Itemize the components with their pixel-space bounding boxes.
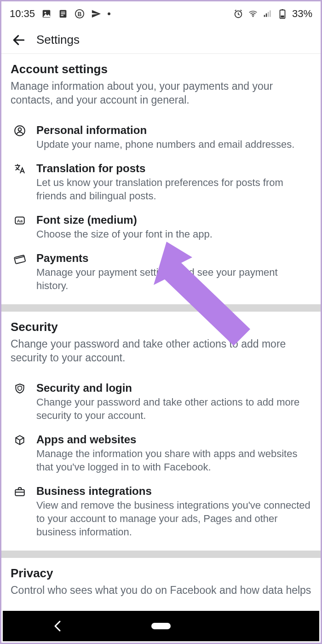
font-size-icon: Aa [12,214,27,228]
item-title: Security and login [36,382,311,395]
item-sub: Let us know your translation preferences… [36,176,311,203]
alarm-icon [233,9,243,19]
briefcase-icon [12,485,27,499]
svg-rect-15 [282,9,283,10]
section-divider [1,551,321,558]
item-sub: Update your name, phone numbers and emai… [36,138,311,151]
item-title: Payments [36,252,311,265]
item-sub: Choose the size of your font in the app. [36,227,311,241]
section-desc-privacy: Control who sees what you do on Facebook… [11,583,311,597]
svg-rect-23 [15,489,24,495]
battery-icon [277,9,288,19]
item-title: Business integrations [36,485,311,498]
item-sub: Manage your payment settings and see you… [36,266,311,292]
app-bar: Settings [1,26,321,54]
cube-icon [12,433,27,448]
section-desc-security: Change your password and take other acti… [11,337,311,365]
svg-rect-13 [270,11,271,17]
send-icon [91,9,101,19]
more-dot-icon [108,12,110,15]
item-title: Font size (medium) [36,214,311,226]
status-bar: 10:35 B [1,1,321,26]
item-font-size[interactable]: Aa Font size (medium) Choose the size of… [1,207,321,245]
section-title-privacy: Privacy [11,566,311,580]
svg-rect-11 [266,13,267,17]
svg-rect-5 [61,15,63,16]
section-title-account: Account settings [11,62,311,76]
svg-text:B: B [78,11,82,17]
item-payments[interactable]: Payments Manage your payment settings an… [1,245,321,304]
circled-b-icon: B [75,9,85,19]
svg-point-9 [253,16,254,17]
item-title: Apps and websites [36,433,311,446]
svg-point-1 [44,12,46,13]
page-title: Settings [36,33,80,47]
person-icon [12,124,27,139]
svg-rect-16 [281,16,284,18]
item-apps-websites[interactable]: Apps and websites Manage the information… [1,427,321,478]
android-nav-bar [3,611,319,641]
section-desc-account: Manage information about you, your payme… [11,79,311,107]
item-sub: Change your password and take other acti… [36,395,311,422]
back-button[interactable] [12,33,26,47]
svg-rect-12 [268,12,269,17]
gallery-icon [41,9,52,19]
signal-icon [263,9,273,19]
note-icon [58,9,68,19]
section-security: Security Change your password and take o… [1,312,321,375]
wifi-icon [248,9,258,19]
item-title: Translation for posts [36,162,311,175]
section-title-security: Security [11,320,311,334]
svg-point-18 [18,128,22,131]
section-divider [1,304,321,312]
battery-percent: 33% [292,8,312,20]
svg-rect-4 [61,13,65,14]
translate-icon [12,162,27,177]
item-sub: View and remove the business integration… [36,499,311,539]
svg-text:Aa: Aa [17,218,23,223]
card-icon [12,252,27,267]
item-sub: Manage the information you share with ap… [36,447,311,474]
nav-back-button[interactable] [53,620,63,632]
svg-rect-3 [61,12,65,12]
section-account: Account settings Manage information abou… [1,54,321,117]
svg-rect-10 [264,15,265,17]
item-business-integrations[interactable]: Business integrations View and remove th… [1,478,321,551]
nav-home-button[interactable] [151,623,171,629]
item-title: Personal information [36,124,311,137]
item-personal-information[interactable]: Personal information Update your name, p… [1,117,321,156]
shield-icon [12,382,27,396]
section-privacy: Privacy Control who sees what you do on … [1,558,321,600]
status-time: 10:35 [10,8,35,20]
item-translation[interactable]: Translation for posts Let us know your t… [1,156,321,207]
item-security-login[interactable]: Security and login Change your password … [1,375,321,427]
